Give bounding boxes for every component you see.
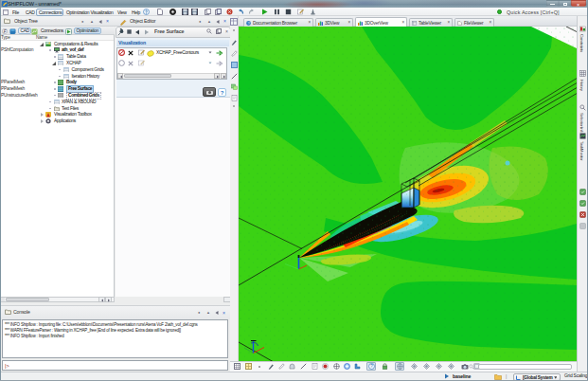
- svg-text:F: F: [4, 29, 7, 34]
